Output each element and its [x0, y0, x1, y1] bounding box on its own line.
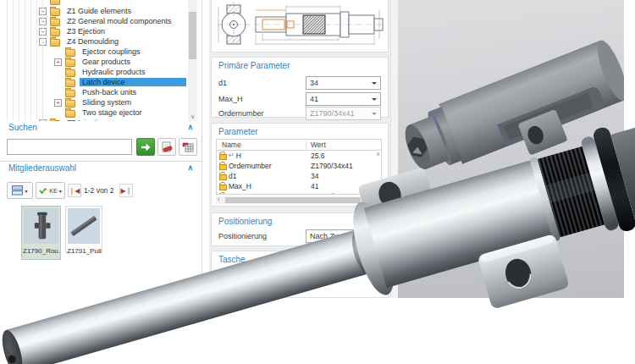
chevron-down-icon: ▾	[25, 188, 27, 194]
folder-icon	[50, 19, 60, 26]
tree-item-label: Ejector couplings	[80, 47, 143, 56]
parameter-row-pos1[interactable]: Pos1 Z1790/34x41-01	[217, 191, 381, 195]
scroll-left-icon[interactable]: ‹	[218, 196, 219, 202]
primary-parameters-card: Primäre Parameter ∧ d1 34 Max_H 41 Order…	[211, 57, 389, 118]
collapse-icon[interactable]: ∧	[187, 163, 193, 172]
param-value: Z1790/34x41-01	[306, 192, 363, 195]
ke-filter-button[interactable]: KE ▾	[36, 182, 65, 199]
ke-label: KE	[49, 188, 57, 194]
panel-scrollbar[interactable]	[390, 0, 398, 298]
thumbnail-image	[24, 208, 58, 244]
horizontal-scrollbar[interactable]: ‹ ›	[216, 196, 382, 204]
field-label-d1: d1	[218, 79, 227, 87]
catalog-tree[interactable]: + Z1 Guide elements + Z2 General mould c…	[0, 0, 202, 122]
last-page-button[interactable]: ▶❘	[119, 184, 133, 197]
chevron-down-icon: ▾	[59, 188, 62, 194]
folder-icon	[65, 110, 75, 118]
parameter-row-ordernumber[interactable]: Ordernumber Z1790/34x41	[217, 161, 381, 171]
technical-drawing	[212, 0, 388, 49]
cad-model-latch-device	[398, 0, 624, 298]
tree-guide-line	[30, 0, 31, 121]
param-value: 34	[306, 172, 318, 180]
d1-select[interactable]: 34	[306, 76, 381, 90]
cad-viewport[interactable]	[398, 0, 624, 298]
lock-open-icon	[219, 162, 227, 170]
panel-divider	[202, 0, 202, 298]
folder-icon	[65, 80, 75, 87]
thumbnail-z1791[interactable]: Z1791_Pulli...	[65, 206, 102, 253]
member-selection-panel: Mitgliederauswahl ∧ ▾ KE ▾ ❘◀ 1-2 von 2 …	[0, 162, 202, 279]
expand-icon[interactable]: +	[54, 99, 62, 107]
param-name: d1	[229, 172, 236, 180]
tree-guide-line	[42, 0, 43, 121]
clear-search-button[interactable]	[157, 138, 176, 156]
tree-scrollbar[interactable]: ∨	[188, 0, 197, 121]
folder-icon	[65, 49, 75, 57]
parameters-card: Parameter ∧ Name Wert ↵ H 25.6 Ordernumb…	[211, 123, 389, 207]
tree-item-label: Sliding system	[80, 98, 134, 107]
tree-guide-line	[7, 0, 8, 121]
d1-value: 34	[310, 79, 318, 87]
folder-icon	[65, 59, 75, 67]
search-panel-title: Suchen	[8, 123, 37, 132]
lock-open-icon	[219, 192, 227, 195]
field-label-ordernumber: Ordernumber	[218, 109, 264, 118]
search-go-button[interactable]	[136, 138, 155, 156]
lock-open-icon	[219, 172, 227, 180]
create-pocket-checkbox[interactable]	[218, 271, 228, 280]
tree-guide-line	[36, 0, 37, 121]
param-name: H	[236, 152, 241, 160]
scroll-down-icon[interactable]: ∨	[376, 185, 380, 191]
param-value: 41	[306, 182, 318, 190]
pager-label: 1-2 von 2	[84, 186, 113, 195]
collapse-icon[interactable]: ∧	[187, 123, 193, 131]
view-mode-button[interactable]: ▾	[7, 182, 33, 199]
folder-icon	[50, 0, 60, 5]
pocket-title: Tasche	[218, 255, 246, 264]
part-configuration-panel: Primäre Parameter ∧ d1 34 Max_H 41 Order…	[209, 0, 390, 298]
tree-item-label: Z4 Demoulding	[64, 37, 121, 46]
param-value: 25.6	[306, 152, 325, 160]
thumbnail-image	[68, 208, 100, 244]
app-window: + Z1 Guide elements + Z2 General mould c…	[0, 0, 635, 364]
tree-item-label: Hydraulic products	[80, 68, 148, 76]
tree-item-label: Push-back units	[80, 88, 139, 97]
scroll-down-icon[interactable]: ∨	[188, 113, 197, 120]
expand-icon[interactable]: +	[54, 58, 62, 66]
folder-open-icon	[50, 39, 60, 47]
parameter-row-h[interactable]: ↵ H 25.6	[217, 151, 381, 161]
parameters-title: Parameter	[218, 127, 258, 136]
folder-icon	[50, 29, 60, 36]
thumbnail-z1790[interactable]: Z1790_Rou...	[21, 206, 61, 260]
thumbnail-label: Z1790_Rou...	[22, 245, 60, 256]
table-search-button[interactable]	[179, 138, 197, 156]
scrollbar-thumb[interactable]	[225, 197, 361, 203]
table-filter-icon	[182, 141, 195, 153]
positioning-title: Positionierung	[218, 217, 272, 226]
create-pocket-label: Tasche erzeugen	[233, 272, 291, 280]
parameter-row-d1[interactable]: d1 34	[217, 171, 381, 181]
folder-icon	[65, 90, 75, 97]
field-label-max-h: Max_H	[218, 95, 243, 103]
folder-icon	[65, 69, 75, 77]
positioning-select[interactable]: Nach Zwangsb	[306, 229, 381, 243]
parameter-row-max-h[interactable]: Max_H 41	[217, 181, 381, 191]
tree-guide-line	[13, 0, 14, 121]
tree-item-label: Latch device	[80, 78, 186, 86]
table-header: Name Wert	[217, 140, 381, 151]
tree-guide-line	[19, 0, 19, 121]
parameters-table: Name Wert ↵ H 25.6 Ordernumber Z1790/34x…	[216, 139, 382, 195]
scrollbar-thumb[interactable]	[189, 12, 196, 59]
max-h-select[interactable]: 41	[306, 92, 381, 106]
tree-item-label: Two stage ejector	[80, 108, 145, 117]
primary-parameters-title: Primäre Parameter	[218, 61, 290, 70]
tree-item-label: Z1 Guide elements	[64, 7, 134, 15]
search-input[interactable]	[7, 139, 132, 155]
positioning-value: Nach Zwangsb	[310, 232, 361, 240]
param-value: Z1790/34x41	[306, 162, 353, 170]
first-page-button[interactable]: ❘◀	[68, 184, 81, 197]
param-name: Pos1	[229, 192, 245, 195]
column-value: Wert	[306, 141, 326, 149]
scroll-right-icon[interactable]: ›	[378, 196, 380, 202]
scroll-up-icon[interactable]: ∧	[376, 151, 380, 157]
